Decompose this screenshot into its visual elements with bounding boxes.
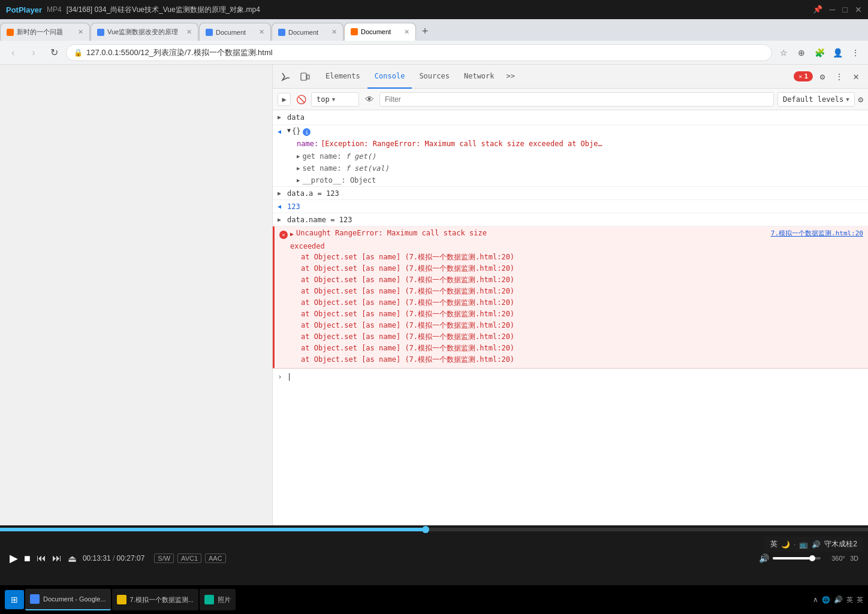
run-button[interactable]: ▶ [278,93,291,106]
taskbar-item-file[interactable]: 7.模拟一个数据监测... [112,589,198,610]
error-count: 1 [804,72,808,80]
maximize-icon[interactable]: □ [843,5,848,14]
more-options-icon[interactable]: ⋮ [832,69,846,84]
console-line-data-name[interactable]: ▶ data.name = 123 [273,213,868,226]
error-block[interactable]: ✕ ▶ Uncaught RangeError: Maximum call st… [273,226,868,368]
inspector-icon[interactable] [278,68,294,85]
tray-ime: 英 [846,595,853,604]
expand-arrow-data-name[interactable]: ▶ [278,216,287,223]
prop-proto[interactable]: ▶ __proto__: Object [297,174,868,186]
prop-get-name[interactable]: ▶ get name: f get() [297,150,868,162]
stack-line-2: at Object.set [as name] (7.模拟一个数据监测.html… [301,263,863,274]
volume-icon[interactable]: 🔊 [759,553,769,563]
video-progress-bar[interactable] [0,528,868,531]
profile-icon[interactable]: 👤 [830,45,845,61]
object-triangle[interactable]: ▼ [287,127,291,134]
menu-icon[interactable]: ⋮ [848,45,863,61]
collapse-arrow[interactable]: ◀ [278,128,287,135]
tab-more[interactable]: >> [502,65,520,89]
error-source-link[interactable]: 7.模拟一个数据监测.html:20 [771,229,863,238]
console-text-data-name: data.name = 123 [287,216,352,224]
tab-5[interactable]: Document ✕ [344,23,416,41]
systray-overlay: 英 🌙 · 📺 🔊 守木成桂2 [764,537,863,552]
volume-fill [773,557,811,559]
console-toolbar: ▶ 🚫 top ▼ 👁 Default levels ▼ ⚙ [273,89,868,110]
prev-button[interactable]: ⏮ [37,553,46,564]
tab-3[interactable]: Document ✕ [199,23,271,41]
get-expand-triangle[interactable]: ▶ [297,153,300,159]
bookmark-icon[interactable]: ☆ [776,45,791,61]
result-value: 123 [287,202,300,211]
stack-line-8: at Object.set [as name] (7.模拟一个数据监测.html… [301,331,863,343]
taskbar-item-browser[interactable]: Document - Google... [25,589,111,610]
video-controls: ▶ ■ ⏮ ⏭ ⏏ 00:13:31 / 00:27:07 S/W AVC1 A… [0,531,868,585]
tab-console[interactable]: Console [367,65,412,89]
tray-arrow[interactable]: ∧ [813,595,818,604]
tray-volume[interactable]: 🔊 [834,595,843,604]
volume-bar[interactable] [773,557,821,559]
pin-icon[interactable]: 📌 [813,5,822,14]
eject-button[interactable]: ⏏ [68,553,77,564]
close-icon[interactable]: ✕ [855,5,862,14]
taskbar-item-photos[interactable]: 照片 [200,589,236,610]
minimize-icon[interactable]: ─ [830,5,836,14]
stack-line-5: at Object.set [as name] (7.模拟一个数据监测.html… [301,297,863,308]
address-url: 127.0.0.1:5500/12_列表渲染/7.模拟一个数据监测.html [86,47,273,58]
tab-4-close[interactable]: ✕ [331,28,337,36]
forward-button[interactable]: › [25,44,42,61]
eye-button[interactable]: 👁 [363,93,376,106]
address-box[interactable]: 🔒 127.0.0.1:5500/12_列表渲染/7.模拟一个数据监测.html [66,44,772,61]
tab-4-favicon [278,29,285,36]
settings-icon[interactable]: ⚙ [815,69,830,84]
tab-sources[interactable]: Sources [412,65,457,89]
play-button[interactable]: ▶ [10,552,18,565]
tab-2-close[interactable]: ✕ [186,28,192,36]
ime-icon: 英 [770,539,777,549]
error-header-line[interactable]: ✕ ▶ Uncaught RangeError: Maximum call st… [275,226,868,242]
devtools-tabbar: Elements Console Sources Network >> ✕ 1 … [273,65,868,89]
tab-4[interactable]: Document ✕ [272,23,343,41]
browser-area: 新时的一个问题 ✕ Vue监测数据改变的原理 ✕ Document ✕ Docu… [0,19,868,525]
tab-network[interactable]: Network [457,65,502,89]
tab-3-close[interactable]: ✕ [259,28,264,36]
windows-taskbar: ⊞ Document - Google... 7.模拟一个数据监测... 照片 … [0,585,868,614]
tab-5-close[interactable]: ✕ [404,28,409,36]
expand-arrow-data-a[interactable]: ▶ [278,190,287,196]
csdn-icon: 守木成桂2 [824,539,857,549]
reload-button[interactable]: ↻ [46,44,62,61]
angle-3d[interactable]: 3D [850,555,858,562]
tab-1[interactable]: 新时的一个问题 ✕ [0,23,90,41]
prop-set-name[interactable]: ▶ set name: f set(val) [297,162,868,174]
object-header[interactable]: ◀ ▼ {} i [273,125,868,138]
new-tab-button[interactable]: + [417,23,433,40]
filter-input[interactable] [379,92,774,107]
device-icon[interactable] [297,68,314,85]
expand-arrow-data[interactable]: ▶ [278,112,287,123]
set-expand-triangle[interactable]: ▶ [297,165,300,171]
next-button[interactable]: ⏭ [52,553,62,564]
stop-button[interactable]: ■ [24,552,31,565]
clear-button[interactable]: 🚫 [294,93,308,106]
stack-line-6: at Object.set [as name] (7.模拟一个数据监测.html… [301,308,863,320]
context-selector[interactable]: top ▼ [311,92,359,107]
stack-line-1: at Object.set [as name] (7.模拟一个数据监测.html… [301,252,863,263]
tab-2[interactable]: Vue监测数据改变的原理 ✕ [91,23,198,41]
extension-icon[interactable]: 🧩 [812,45,827,61]
console-line-data[interactable]: ▶ data [273,110,868,125]
error-expand-triangle[interactable]: ▶ [290,231,294,237]
error-second-line: exceeded [275,242,868,252]
angle-360[interactable]: 360° [831,555,845,562]
console-input-line[interactable]: › | [273,368,868,384]
screen-icon: 📺 [799,540,808,549]
devtools-close-button[interactable]: ✕ [849,69,863,84]
console-text-data: data [287,112,305,123]
tab-1-close[interactable]: ✕ [78,28,83,36]
start-button[interactable]: ⊞ [5,590,24,609]
console-settings-icon[interactable]: ⚙ [858,95,863,104]
default-levels[interactable]: Default levels ▼ [777,92,855,107]
proto-expand-triangle[interactable]: ▶ [297,177,300,183]
tab-elements[interactable]: Elements [318,65,367,89]
back-button[interactable]: ‹ [5,44,22,61]
console-line-data-a[interactable]: ▶ data.a = 123 [273,187,868,200]
cast-icon[interactable]: ⊕ [794,45,809,61]
